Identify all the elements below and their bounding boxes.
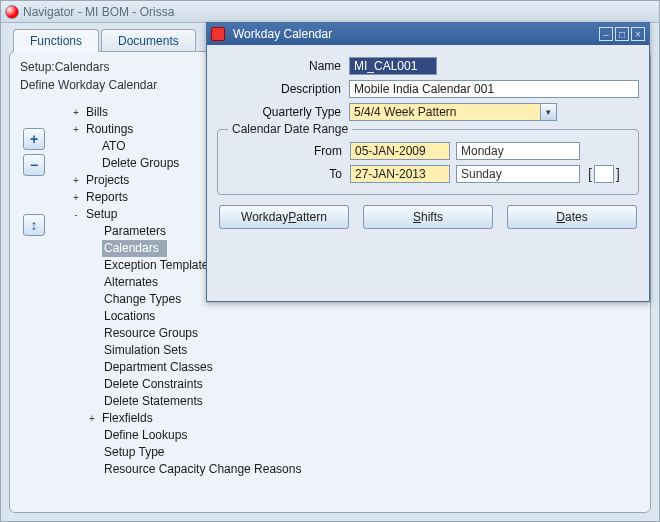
name-field[interactable]: MI_CAL001 bbox=[349, 57, 437, 75]
tree-add-button[interactable]: + bbox=[23, 128, 45, 150]
tree-node-locations[interactable]: Locations bbox=[102, 308, 644, 325]
maximize-icon[interactable]: □ bbox=[615, 27, 629, 41]
calendar-date-range-fieldset: Calendar Date Range From 05-JAN-2009 Mon… bbox=[217, 129, 639, 195]
app-icon bbox=[5, 5, 19, 19]
outer-title: Navigator - MI BOM - Orissa bbox=[23, 5, 174, 19]
minimize-icon[interactable]: – bbox=[599, 27, 613, 41]
label-name: Name bbox=[217, 59, 349, 73]
outer-title-bar: Navigator - MI BOM - Orissa bbox=[1, 1, 659, 23]
tree-node-delete-constraints[interactable]: Delete Constraints bbox=[102, 376, 644, 393]
quarterly-type-dropdown[interactable]: 5/4/4 Week Pattern bbox=[349, 103, 557, 121]
dialog-body: Name MI_CAL001 Description Mobile India … bbox=[207, 45, 649, 237]
chevron-down-icon[interactable]: ▾ bbox=[540, 104, 556, 120]
oracle-icon bbox=[211, 27, 225, 41]
workday-calendar-dialog: Workday Calendar – □ × Name MI_CAL001 De… bbox=[206, 22, 650, 302]
close-icon[interactable]: × bbox=[631, 27, 645, 41]
fieldset-legend: Calendar Date Range bbox=[228, 122, 352, 136]
tree-reorder-button[interactable]: ↕ bbox=[23, 214, 45, 236]
tree-node-setup-type[interactable]: Setup Type bbox=[102, 444, 644, 461]
from-dow-field: Monday bbox=[456, 142, 580, 160]
plus-icon: + bbox=[70, 121, 82, 138]
tree-node-department-classes[interactable]: Department Classes bbox=[102, 359, 644, 376]
flex-bracket: [] bbox=[588, 165, 620, 183]
tree-node-simulation-sets[interactable]: Simulation Sets bbox=[102, 342, 644, 359]
tree-remove-button[interactable]: − bbox=[23, 154, 45, 176]
description-field[interactable]: Mobile India Calendar 001 bbox=[349, 80, 639, 98]
navigator-window: Navigator - MI BOM - Orissa Functions Do… bbox=[0, 0, 660, 522]
label-quarterly-type: Quarterly Type bbox=[217, 105, 349, 119]
label-to: To bbox=[218, 167, 350, 181]
dates-button[interactable]: Dates bbox=[507, 205, 637, 229]
dialog-button-row: Workday Pattern Shifts Dates bbox=[217, 205, 639, 229]
dialog-title: Workday Calendar bbox=[231, 27, 597, 41]
plus-icon: + bbox=[70, 104, 82, 121]
dialog-title-bar[interactable]: Workday Calendar – □ × bbox=[207, 23, 649, 45]
tab-functions[interactable]: Functions bbox=[13, 29, 99, 52]
plus-icon: + bbox=[86, 410, 98, 427]
plus-icon: + bbox=[70, 189, 82, 206]
tree-node-define-lookups[interactable]: Define Lookups bbox=[102, 427, 644, 444]
tree-node-resource-capacity[interactable]: Resource Capacity Change Reasons bbox=[102, 461, 644, 478]
to-dow-field: Sunday bbox=[456, 165, 580, 183]
minus-icon: - bbox=[70, 206, 82, 223]
from-date-field[interactable]: 05-JAN-2009 bbox=[350, 142, 450, 160]
shifts-button[interactable]: Shifts bbox=[363, 205, 493, 229]
tree-node-resource-groups[interactable]: Resource Groups bbox=[102, 325, 644, 342]
tab-documents[interactable]: Documents bbox=[101, 29, 196, 52]
label-description: Description bbox=[217, 82, 349, 96]
side-button-col: + − ↕ bbox=[16, 104, 52, 506]
tree-node-flexfields[interactable]: +Flexfields bbox=[86, 410, 644, 427]
to-date-field[interactable]: 27-JAN-2013 bbox=[350, 165, 450, 183]
plus-icon: + bbox=[70, 172, 82, 189]
workday-pattern-button[interactable]: Workday Pattern bbox=[219, 205, 349, 229]
flex-field[interactable] bbox=[594, 165, 614, 183]
tree-node-delete-statements[interactable]: Delete Statements bbox=[102, 393, 644, 410]
label-from: From bbox=[218, 144, 350, 158]
